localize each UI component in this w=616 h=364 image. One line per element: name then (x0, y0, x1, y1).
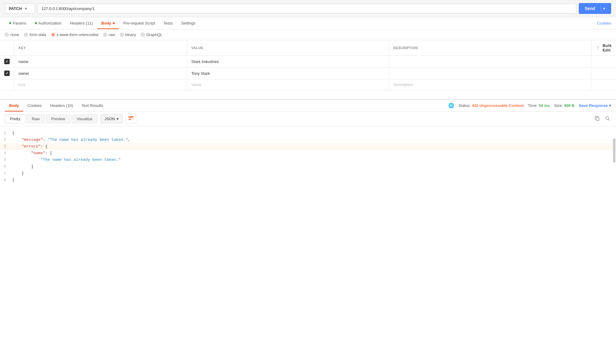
response-scrollbar[interactable] (613, 138, 615, 163)
svg-rect-0 (128, 116, 134, 117)
save-response-label: Save Response (579, 103, 608, 108)
body-type-urlencoded-radio[interactable] (51, 33, 55, 37)
actions-header: ⋮ Bulk Edit (591, 40, 616, 56)
table-row-placeholder: Key Value Description (0, 79, 616, 90)
send-divider (601, 5, 601, 12)
body-type-graphql[interactable]: GraphQL (141, 32, 162, 37)
more-options-icon[interactable]: ⋮ (596, 45, 600, 50)
tab-authorization-label: Authorization (38, 21, 61, 25)
body-type-none-radio[interactable] (5, 33, 9, 37)
code-line-6: 6 ] (0, 163, 616, 170)
toolbar-right (594, 115, 611, 123)
send-chevron-icon[interactable]: ▾ (603, 7, 605, 11)
svg-line-5 (608, 119, 610, 121)
resp-tab-body[interactable]: Body (5, 100, 23, 111)
bulk-edit-button[interactable]: Bulk Edit (603, 43, 612, 52)
row1-checkbox-cell (0, 56, 14, 68)
tab-authorization[interactable]: Authorization (31, 17, 66, 29)
row2-checkbox-cell (0, 68, 14, 79)
row1-desc[interactable] (389, 56, 591, 68)
size-value: 409 B (564, 103, 575, 108)
code-line-1: 1 { (0, 130, 616, 137)
row1-checkbox[interactable] (4, 59, 10, 64)
svg-rect-2 (128, 119, 131, 120)
view-visualize-button[interactable]: Visualize (71, 114, 98, 123)
row1-value[interactable]: Stark Industries (187, 56, 389, 68)
format-label: JSON (104, 117, 115, 121)
response-toolbar: Pretty Raw Preview Visualize JSON ▾ (0, 112, 616, 126)
params-dot (9, 22, 11, 24)
wrap-button[interactable] (125, 114, 137, 124)
row2-key[interactable]: owner (14, 68, 187, 79)
svg-rect-3 (596, 117, 599, 121)
body-type-form-data[interactable]: form-data (24, 32, 46, 37)
table-row: name Stark Industries (0, 56, 616, 68)
row2-value[interactable]: Tony Stark (187, 68, 389, 79)
checkbox-header (0, 40, 14, 56)
globe-icon: 🌐 (448, 103, 454, 108)
row2-actions (591, 68, 616, 79)
tab-params[interactable]: Params (5, 17, 31, 29)
placeholder-value[interactable]: Value (187, 79, 389, 90)
svg-rect-1 (128, 117, 133, 118)
body-type-urlencoded-label: x-www-form-urlencoded (57, 32, 98, 37)
cookies-link[interactable]: Cookies (597, 21, 611, 25)
copy-button[interactable] (594, 115, 601, 123)
format-chevron-icon: ▾ (117, 117, 119, 121)
table-row: owner Tony Stark (0, 68, 616, 79)
tab-body[interactable]: Body (97, 17, 119, 29)
view-pretty-button[interactable]: Pretty (5, 114, 25, 123)
tab-params-label: Params (13, 21, 26, 25)
view-raw-button[interactable]: Raw (27, 114, 45, 123)
response-tabs: Body Cookies Headers (10) Test Results 🌐… (0, 100, 616, 112)
status-code: 422 Unprocessable Content (472, 103, 524, 108)
tab-settings-label: Settings (181, 21, 195, 25)
body-dot (113, 22, 115, 24)
value-header: VALUE (187, 40, 389, 56)
body-type-graphql-radio[interactable] (141, 33, 145, 37)
desc-header: DESCRIPTION (389, 40, 591, 56)
body-type-form-data-radio[interactable] (24, 33, 28, 37)
status-bar: 🌐 Status: 422 Unprocessable Content Time… (448, 103, 611, 108)
placeholder-checkbox-cell (0, 79, 14, 90)
send-button[interactable]: Send ▾ (579, 3, 611, 14)
body-type-raw-radio[interactable] (103, 33, 107, 37)
send-label: Send (585, 6, 598, 11)
body-type-urlencoded[interactable]: x-www-form-urlencoded (51, 32, 98, 37)
view-preview-button[interactable]: Preview (46, 114, 70, 123)
search-icon (605, 116, 610, 121)
row2-desc[interactable] (389, 68, 591, 79)
tab-pre-request[interactable]: Pre-request Script (119, 17, 159, 29)
status-label: Status: 422 Unprocessable Content (459, 103, 524, 108)
url-input[interactable] (38, 4, 576, 14)
tab-settings[interactable]: Settings (177, 17, 200, 29)
code-line-3: 3 "errors": { (0, 143, 616, 150)
body-type-binary-radio[interactable] (120, 33, 124, 37)
method-selector[interactable]: PATCH ▾ (5, 4, 35, 14)
row1-key[interactable]: name (14, 56, 187, 68)
svg-point-4 (606, 117, 609, 120)
tab-tests[interactable]: Tests (159, 17, 177, 29)
row2-checkbox[interactable] (4, 71, 10, 76)
size-label: Size: 409 B (554, 103, 575, 108)
format-selector[interactable]: JSON ▾ (101, 114, 123, 123)
save-response-button[interactable]: Save Response ▾ (579, 103, 611, 108)
resp-tab-cookies[interactable]: Cookies (23, 100, 46, 111)
search-button[interactable] (604, 115, 611, 123)
body-type-none[interactable]: none (5, 32, 19, 37)
save-response-chevron-icon: ▾ (609, 103, 611, 108)
code-line-8: 8 } (0, 177, 616, 184)
body-type-graphql-label: GraphQL (146, 32, 162, 37)
params-table: KEY VALUE DESCRIPTION ⋮ Bulk Edit name S… (0, 40, 616, 90)
wrap-icon (128, 116, 134, 121)
body-type-binary[interactable]: binary (120, 32, 136, 37)
resp-tab-test-results[interactable]: Test Results (77, 100, 107, 111)
body-type-tabs: none form-data x-www-form-urlencoded raw… (0, 29, 616, 40)
placeholder-desc[interactable]: Description (389, 79, 591, 90)
resp-tab-headers[interactable]: Headers (10) (46, 100, 77, 111)
body-type-raw[interactable]: raw (103, 32, 115, 37)
placeholder-key[interactable]: Key (14, 79, 187, 90)
tab-headers[interactable]: Headers (11) (66, 17, 97, 29)
body-type-form-data-label: form-data (29, 32, 46, 37)
code-line-2: 2 "message": "The name has already been … (0, 137, 616, 143)
